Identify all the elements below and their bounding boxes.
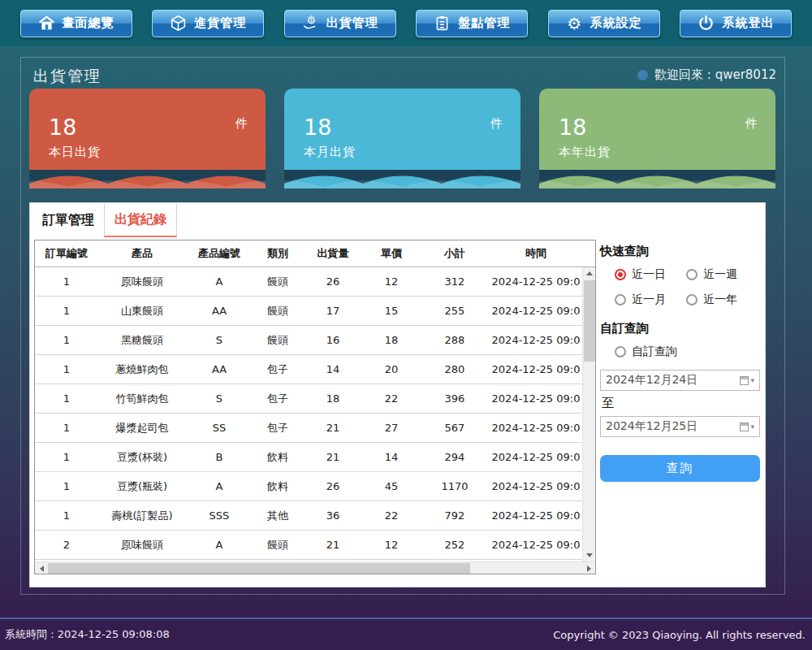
table-cell: 2	[35, 539, 98, 551]
column-header: 出貨量	[303, 246, 363, 261]
table-cell: 312	[420, 275, 490, 288]
radio-last-day[interactable]: 近一日	[615, 267, 686, 282]
table-cell: 21	[303, 422, 363, 434]
table-cell: 原味饅頭	[98, 538, 186, 552]
table-cell: AA	[186, 363, 253, 375]
radio-last-year[interactable]: 近一年	[686, 292, 758, 307]
page-title: 出貨管理	[33, 66, 102, 87]
table-cell: 2024-12-25 09:0	[490, 539, 582, 551]
horizontal-scroll-thumb[interactable]	[48, 563, 470, 574]
svg-text:$: $	[309, 17, 313, 24]
gear-icon: ⚙	[566, 15, 583, 32]
table-cell: 1	[35, 422, 98, 434]
date-to-value: 2024年12月25日	[606, 419, 740, 434]
custom-query-title: 自訂查詢	[600, 321, 762, 336]
nav-label: 系統設定	[590, 15, 642, 31]
table-cell: 22	[363, 392, 420, 405]
table-cell: 其他	[253, 509, 303, 523]
table-cell: 黑糖饅頭	[98, 333, 186, 348]
card-label: 本年出貨	[559, 145, 759, 160]
card-unit: 件	[490, 116, 503, 132]
query-panel: 快速查詢 近一日 近一週 近一月 近一年 自訂查	[600, 244, 762, 482]
calendar-dropdown-icon[interactable]: ▾	[740, 422, 754, 431]
table-row[interactable]: 1豆漿(杯裝)B飲料21142942024-12-25 09:0	[35, 443, 595, 472]
table-row[interactable]: 1壽桃(訂製品)SSS其他36227922024-12-25 09:0	[35, 501, 595, 531]
scroll-up-arrow[interactable]	[583, 267, 596, 280]
scroll-left-arrow[interactable]	[35, 562, 48, 574]
shipping-records-table: 訂單編號產品產品編號類別出貨量單價小計時間 1原味饅頭A饅頭2612312202…	[34, 240, 596, 574]
table-row[interactable]: 1原味饅頭A饅頭26123122024-12-25 09:0	[35, 267, 595, 297]
query-submit-button[interactable]: 查詢	[600, 455, 760, 482]
scroll-right-arrow[interactable]	[582, 562, 595, 574]
table-cell: 2024-12-25 09:0	[490, 509, 582, 522]
quick-query-title: 快速查詢	[600, 244, 762, 259]
radio-custom-query[interactable]: 自訂查詢	[615, 344, 762, 359]
table-cell: 14	[363, 451, 420, 463]
table-row[interactable]: 1爆漿起司包SS包子21275672024-12-25 09:0	[35, 414, 595, 443]
table-row[interactable]: 1豆漿(瓶裝)A飲料264511702024-12-25 09:0	[35, 472, 595, 501]
nav-label: 畫面總覽	[63, 15, 114, 31]
table-cell: 2024-12-25 09:0	[490, 275, 582, 288]
table-cell: 飲料	[253, 450, 303, 465]
vertical-scroll-thumb[interactable]	[584, 280, 595, 362]
table-cell: 288	[420, 334, 490, 346]
table-cell: 饅頭	[253, 304, 303, 318]
card-unit: 件	[235, 116, 248, 132]
table-cell: 21	[303, 451, 363, 463]
nav-logout-button[interactable]: 系統登出	[680, 10, 792, 37]
radio-last-week[interactable]: 近一週	[686, 267, 758, 282]
calendar-dropdown-icon[interactable]: ▾	[740, 376, 754, 385]
table-cell: 1	[35, 363, 98, 375]
scroll-down-arrow[interactable]	[583, 549, 596, 561]
table-cell: 792	[420, 509, 490, 522]
radio-icon	[686, 269, 698, 280]
radio-icon	[615, 294, 626, 306]
table-cell: AA	[186, 305, 253, 317]
column-header: 訂單編號	[35, 246, 98, 261]
table-row[interactable]: 2原味饅頭A饅頭21122522024-12-25 09:0	[35, 531, 595, 560]
nav-overview-button[interactable]: 畫面總覽	[20, 10, 132, 37]
table-cell: 爆漿起司包	[98, 421, 186, 436]
radio-last-month[interactable]: 近一月	[615, 292, 686, 307]
tab-order-management[interactable]: 訂單管理	[32, 203, 104, 237]
table-cell: 12	[363, 539, 420, 551]
wave-decoration	[29, 170, 266, 188]
card-unit: 件	[745, 116, 758, 132]
table-cell: 饅頭	[253, 538, 303, 552]
table-cell: 包子	[253, 362, 303, 377]
table-cell: 45	[363, 480, 420, 492]
horizontal-scrollbar[interactable]	[35, 561, 595, 574]
table-cell: SSS	[186, 509, 253, 522]
table-cell: 1	[35, 275, 98, 288]
date-from-input[interactable]: 2024年12月24日 ▾	[600, 370, 760, 391]
date-to-input[interactable]: 2024年12月25日 ▾	[600, 416, 760, 437]
table-cell: 15	[363, 305, 420, 317]
copyright: Copyright © 2023 Qiaoying. All rights re…	[553, 629, 806, 641]
table-cell: 294	[420, 451, 490, 463]
column-header: 小計	[420, 246, 490, 261]
table-row[interactable]: 1竹筍鮮肉包S包子18223962024-12-25 09:0	[35, 384, 595, 414]
nav-inventory-button[interactable]: 盤點管理	[416, 10, 528, 37]
card-year-shipments: 18 件 本年出貨	[539, 89, 775, 188]
table-cell: 1	[35, 392, 98, 405]
nav-label: 出貨管理	[326, 15, 378, 31]
table-cell: SS	[186, 422, 253, 434]
nav-purchase-button[interactable]: 進貨管理	[152, 10, 264, 37]
date-range-separator: 至	[602, 396, 762, 411]
table-cell: 1	[35, 480, 98, 492]
table-row[interactable]: 1黑糖饅頭S饅頭16182882024-12-25 09:0	[35, 326, 595, 355]
table-row[interactable]: 1山東饅頭AA饅頭17152552024-12-25 09:0	[35, 297, 595, 326]
table-cell: 1	[35, 451, 98, 463]
table-row[interactable]: 1蔥燒鮮肉包AA包子14202802024-12-25 09:0	[35, 355, 595, 384]
nav-settings-button[interactable]: ⚙ 系統設定	[548, 10, 660, 37]
table-cell: 蔥燒鮮肉包	[98, 362, 186, 377]
tab-shipping-records[interactable]: 出貨紀錄	[104, 203, 177, 237]
table-cell: 包子	[253, 421, 303, 436]
nav-shipping-button[interactable]: $ 出貨管理	[284, 10, 396, 37]
vertical-scrollbar[interactable]	[582, 267, 595, 561]
content-panel: 訂單管理 出貨紀錄 訂單編號產品產品編號類別出貨量單價小計時間 1原味饅頭A饅頭…	[29, 202, 766, 587]
radio-icon	[615, 269, 626, 280]
table-cell: 2024-12-25 09:0	[490, 480, 582, 492]
cube-icon	[170, 15, 187, 32]
table-cell: 壽桃(訂製品)	[98, 509, 186, 523]
